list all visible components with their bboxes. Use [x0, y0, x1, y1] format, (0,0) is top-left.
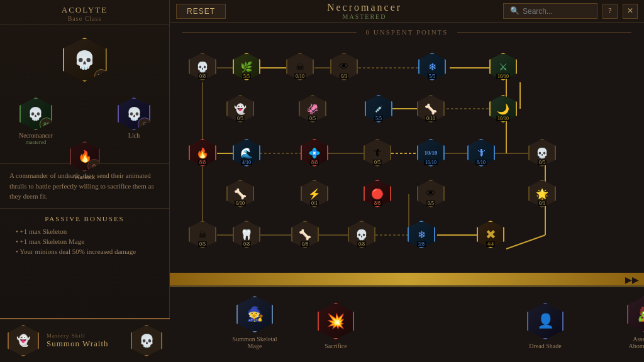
- skill-node-4[interactable]: 👁 0/3: [330, 53, 358, 80]
- class-tree: 💀 20 💀 88 Necromancer mastered 💀 5 Lich …: [0, 25, 169, 163]
- title-section: Necromancer MASTERED: [327, 2, 402, 20]
- passive-title: PASSIVE BONUSES: [9, 215, 160, 222]
- unspent-points-bar: 0 UNSPENT POINTS: [170, 23, 644, 41]
- skill-node-10[interactable]: 🦴 0/10: [417, 95, 445, 123]
- skill-node-28[interactable]: ❄ 3/8: [408, 221, 435, 248]
- mastery-info: Mastery Skill Summon Wraith: [47, 332, 109, 349]
- skill-node-17[interactable]: 🗡 8/10: [467, 139, 495, 167]
- gold-progress-bar: ▶▶: [170, 273, 644, 287]
- bottom-skill-summon-mage[interactable]: 🧙 Summon Skeletal Mage: [230, 296, 280, 349]
- skill-node-12[interactable]: 🔥 8/8: [189, 139, 216, 167]
- gold-bar-arrow: ▶▶: [625, 275, 639, 285]
- acolyte-header: ACOLYTE Base Class: [0, 0, 169, 25]
- warlock-node[interactable]: 🔥 0 Warlock: [70, 141, 100, 180]
- lich-label: Lich: [128, 132, 140, 139]
- skill-node-26[interactable]: 🦴 0/8: [291, 221, 319, 248]
- skill-node-7[interactable]: 👻 0/5: [226, 95, 254, 123]
- svg-line-24: [506, 235, 545, 249]
- skill-node-1[interactable]: 💀 0/8: [189, 53, 216, 80]
- skill-node-23[interactable]: 🌟 0/1: [528, 180, 556, 207]
- mastery-wraith-icon[interactable]: 💀: [131, 325, 162, 356]
- summon-mage-icon: 🧙: [236, 296, 273, 332]
- sacrifice-icon: 💥: [318, 303, 354, 339]
- dread-shade-icon: 👤: [527, 303, 564, 339]
- skill-node-20[interactable]: ⚡ 0/1: [301, 180, 328, 207]
- passive-item-3: • Your minions deal 50% increased damage: [9, 248, 160, 255]
- skill-node-25[interactable]: 🦷 0/8: [233, 221, 260, 248]
- left-panel: ACOLYTE Base Class 💀 20 💀 88 Necromancer…: [0, 0, 170, 362]
- bottom-skill-assemble[interactable]: 🧟 Assemble Abomination: [620, 296, 644, 349]
- skill-node-6[interactable]: ⚔ 10/10: [489, 53, 517, 80]
- dread-shade-label: Dread Shade: [529, 343, 561, 349]
- assemble-label: Assemble Abomination: [620, 336, 644, 349]
- lich-node[interactable]: 💀 5 Lich: [118, 97, 150, 139]
- close-button[interactable]: ✕: [623, 4, 638, 19]
- mastery-label: Mastery Skill: [47, 332, 109, 339]
- passive-bonuses: PASSIVE BONUSES • +1 max Skeleton • +1 m…: [0, 208, 169, 264]
- skill-node-22[interactable]: 👁 0/5: [417, 180, 445, 207]
- summon-mage-label: Summon Skeletal Mage: [230, 336, 280, 349]
- top-controls: 🔍 ? ✕: [503, 3, 638, 19]
- skill-node-11[interactable]: 🌙 10/10: [489, 95, 517, 123]
- skill-node-2[interactable]: 🌿 5/5: [233, 53, 260, 80]
- bottom-skill-dread-shade[interactable]: 👤 Dread Shade: [527, 303, 564, 349]
- skill-tree-area: 💀 0/8 🌿 5/5 ☠ 0/10 👁 0/3 ❄ 5: [170, 41, 644, 287]
- skill-node-9[interactable]: 💉 5/5: [365, 95, 392, 123]
- bottom-skill-sacrifice[interactable]: 💥 Sacrifice: [318, 303, 354, 349]
- passive-item-2: • +1 max Skeleton Mage: [9, 238, 160, 245]
- skill-node-3[interactable]: ☠ 0/10: [286, 53, 314, 80]
- skill-node-18[interactable]: 💀 0/5: [528, 139, 556, 167]
- necromancer-label: Necromancer: [19, 132, 53, 139]
- skill-node-21[interactable]: 🔴 8/8: [364, 180, 391, 207]
- mastered-label: MASTERED: [327, 13, 402, 20]
- skill-node-8[interactable]: 🦑 0/5: [299, 95, 326, 123]
- warlock-label: Warlock: [74, 173, 96, 180]
- sacrifice-label: Sacrifice: [325, 343, 347, 349]
- class-name-title: Necromancer: [327, 2, 402, 13]
- base-class-label: Base Class: [0, 15, 169, 22]
- skill-node-5[interactable]: ❄ 5/5: [418, 53, 446, 80]
- mastery-skill-icon[interactable]: 👻: [8, 325, 39, 356]
- unspent-text: 0 UNSPENT POINTS: [357, 28, 458, 36]
- skill-node-24[interactable]: ☠ 0/5: [189, 221, 216, 248]
- skill-node-19[interactable]: 🦴 0/10: [226, 180, 254, 207]
- bottom-skills-area: 🧙 Summon Skeletal Mage 💥 Sacrifice 👤 Dre…: [170, 285, 644, 362]
- help-button[interactable]: ?: [602, 4, 618, 19]
- skill-node-16[interactable]: 10/10 10/10: [417, 139, 445, 167]
- skill-node-14[interactable]: 💠 8/8: [301, 139, 328, 167]
- necromancer-status: mastered: [26, 139, 46, 145]
- reset-button[interactable]: RESET: [176, 4, 226, 19]
- skill-node-27[interactable]: 💀 0/8: [348, 221, 375, 248]
- acolyte-level: 20: [94, 69, 108, 83]
- mastery-name: Summon Wraith: [47, 339, 109, 349]
- acolyte-title: ACOLYTE: [0, 5, 169, 15]
- necromancer-node[interactable]: 💀 88 Necromancer mastered: [19, 97, 53, 145]
- acolyte-node[interactable]: 💀 20: [63, 38, 107, 82]
- passive-item-1: • +1 max Skeleton: [9, 228, 160, 235]
- skill-node-13[interactable]: 🌊 4/10: [233, 139, 260, 167]
- top-bar: RESET Necromancer MASTERED 🔍 ? ✕: [170, 0, 644, 23]
- search-input[interactable]: [523, 7, 592, 16]
- skill-node-15[interactable]: 🗡 0/5: [364, 139, 391, 167]
- skill-node-29[interactable]: ✖ 4/4: [477, 221, 504, 248]
- right-panel: RESET Necromancer MASTERED 🔍 ? ✕ 0 UNSPE…: [170, 0, 644, 362]
- mastery-skill-bar: 👻 Mastery Skill Summon Wraith 💀: [0, 318, 170, 362]
- search-icon: 🔍: [510, 6, 519, 16]
- search-box[interactable]: 🔍: [503, 3, 597, 19]
- assemble-icon: 🧟: [627, 296, 644, 332]
